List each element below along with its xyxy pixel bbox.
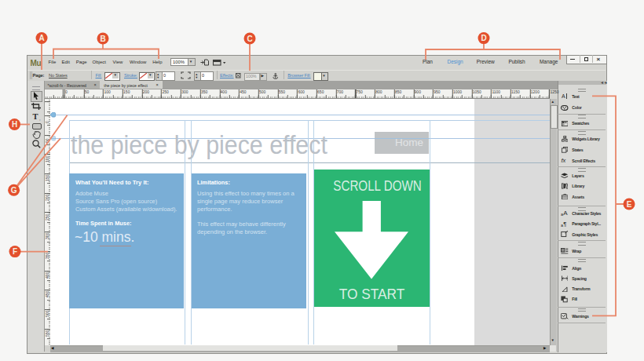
svg-text:G: G	[11, 186, 17, 195]
svg-text:B: B	[100, 35, 105, 43]
svg-text:D: D	[481, 34, 486, 42]
svg-text:F: F	[13, 247, 17, 256]
svg-text:E: E	[627, 200, 632, 209]
svg-text:A: A	[38, 34, 44, 42]
svg-text:H: H	[12, 120, 17, 129]
svg-text:C: C	[247, 35, 252, 43]
